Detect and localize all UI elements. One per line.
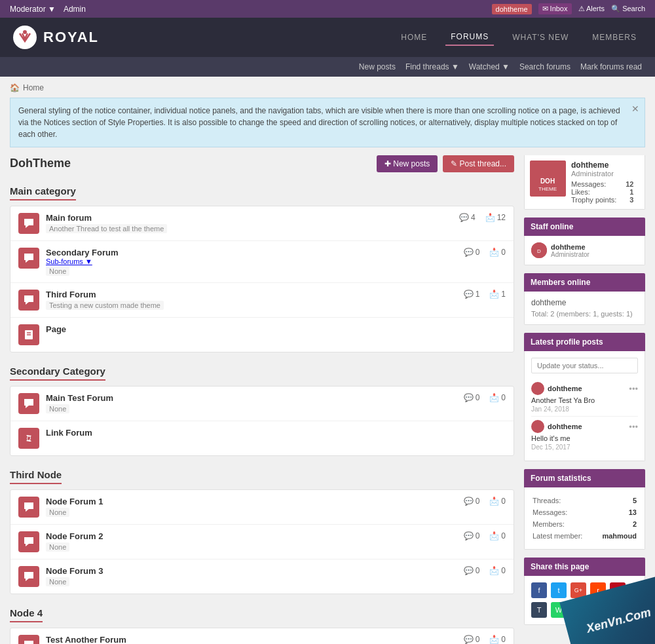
breadcrumb-icon: 🏠 — [10, 83, 20, 92]
members-online-list: dohtheme Total: 2 (members: 1, guests: 1… — [531, 298, 638, 318]
breadcrumb-home[interactable]: Home — [23, 83, 44, 92]
category-header-node4: Node 4 — [10, 607, 43, 622]
message-icon: 📩 — [489, 531, 499, 540]
forum-stats: 💬0 📩0 — [457, 566, 506, 575]
forum-details: Third Forum Testing a new custom made th… — [46, 290, 451, 310]
action-buttons: ✚ New posts ✎ Post thread... — [377, 155, 514, 172]
nav-forums[interactable]: FORUMS — [445, 29, 494, 46]
forum-name-link[interactable]: Node Forum 2 — [46, 531, 103, 541]
forum-name-link[interactable]: Node Forum 1 — [46, 497, 103, 506]
stall-online-header: Staff online — [524, 218, 645, 236]
nav-home[interactable]: HOME — [396, 29, 432, 45]
members-total: Total: 2 (members: 1, guests: 1) — [531, 310, 638, 318]
likes-label: Likes: — [571, 188, 590, 196]
new-posts-link[interactable]: New posts — [359, 62, 396, 71]
admin-link[interactable]: Admin — [64, 5, 86, 14]
nav-members[interactable]: MEMBERS — [587, 29, 642, 45]
forum-name-link[interactable]: Link Forum — [46, 428, 92, 438]
site-logo[interactable]: ROYAL — [13, 26, 99, 49]
profile-post-content-0: Another Test Ya Bro — [531, 396, 638, 404]
profile-post: dohtheme ••• Another Test Ya Bro Jan 24,… — [531, 379, 638, 417]
forum-icon — [18, 248, 39, 269]
profile-post-header: dohtheme ••• — [531, 420, 638, 433]
messages-count: 0 — [501, 497, 506, 506]
forum-name-link[interactable]: Main Test Forum — [46, 393, 113, 403]
latest-profile-posts-header: Latest profile posts — [524, 333, 645, 351]
latest-profile-posts-widget: Latest profile posts dohtheme ••• Anothe… — [524, 333, 645, 461]
profile-post: dohtheme ••• Hello it's me Dec 15, 2017 — [531, 417, 638, 454]
table-row: Threads: 5 — [533, 495, 637, 506]
sub-nav: New posts Find threads ▼ Watched ▼ Searc… — [0, 57, 655, 77]
forum-name-link[interactable]: Node Forum 3 — [46, 566, 103, 576]
forum-name-link[interactable]: Page — [46, 324, 66, 334]
forum-name-link[interactable]: Secondary Forum — [46, 248, 119, 257]
stats-table: Threads: 5 Messages: 13 Members: 2 Lat — [531, 494, 638, 542]
forum-stats-widget: Forum statistics Threads: 5 Messages: 13… — [524, 469, 645, 550]
subforum-link[interactable]: Sub-forums ▼ — [46, 257, 92, 265]
chat-icon: 💬 — [464, 393, 474, 402]
profile-post-user: dohtheme — [531, 382, 582, 395]
messages-count: 0 — [501, 635, 506, 644]
notice-close-button[interactable]: ✕ — [631, 102, 639, 116]
category-header-main: Main category — [10, 185, 76, 200]
inbox-link[interactable]: ✉ Inbox — [538, 3, 572, 14]
svg-text:THEME: THEME — [538, 186, 557, 192]
category-third-node: Third Node Node Forum 1 None 💬0 📩0 — [10, 469, 514, 594]
category-header-third: Third Node — [10, 469, 62, 484]
profile-post-avatar — [531, 382, 544, 395]
breadcrumb: 🏠 Home — [10, 83, 645, 92]
members-value: 2 — [595, 519, 637, 529]
last-post: None — [46, 577, 69, 586]
forum-list-main: Main forum Another Thread to test all th… — [10, 206, 514, 352]
messages-count: 1 — [501, 290, 506, 299]
forum-item: Link Forum — [10, 421, 514, 455]
alerts-link[interactable]: ⚠ Alerts — [578, 5, 605, 13]
chat-icon: 💬 — [464, 497, 474, 506]
replies-count: 0 — [476, 531, 480, 540]
moderator-menu[interactable]: Moderator ▼ — [10, 5, 56, 14]
forum-item: Main forum Another Thread to test all th… — [10, 206, 514, 241]
status-input[interactable] — [531, 358, 638, 373]
tumblr-share-icon[interactable]: T — [531, 602, 547, 618]
message-icon: 📩 — [489, 393, 499, 402]
forum-item: Node Forum 3 None 💬0 📩0 — [10, 559, 514, 594]
dohtheme-link[interactable]: dohtheme — [492, 4, 532, 14]
replies-stat: 💬 0 — [464, 248, 480, 257]
svg-point-1 — [23, 30, 27, 34]
forum-stats: 💬0 📩0 — [457, 497, 506, 506]
forum-details: Test Another Forum Sub-forums ▼ None — [46, 635, 451, 644]
watched-link[interactable]: Watched ▼ — [469, 62, 510, 71]
find-threads-link[interactable]: Find threads ▼ — [405, 62, 459, 71]
replies-count: 0 — [476, 497, 480, 506]
user-name: dohtheme — [571, 161, 633, 170]
forum-name-link[interactable]: Test Another Forum — [46, 635, 126, 644]
facebook-share-icon[interactable]: f — [531, 582, 547, 598]
table-row: Latest member: mahmoud — [533, 531, 637, 541]
twitter-share-icon[interactable]: t — [551, 582, 567, 598]
members-online-header: Members online — [524, 273, 645, 292]
staff-avatar: D — [531, 242, 547, 258]
latest-member-label: Latest member: — [533, 531, 593, 541]
notice-text: General styling of the notice container,… — [18, 106, 620, 139]
search-forums-link[interactable]: Search forums — [519, 62, 571, 71]
profile-post-dots-1[interactable]: ••• — [629, 422, 638, 432]
mark-forums-read-link[interactable]: Mark forums read — [580, 62, 642, 71]
post-thread-button[interactable]: ✎ Post thread... — [443, 155, 514, 172]
search-link[interactable]: 🔍 Search — [611, 5, 645, 13]
latest-profile-posts-body: dohtheme ••• Another Test Ya Bro Jan 24,… — [524, 351, 645, 461]
forum-name-link[interactable]: Main forum — [46, 213, 92, 223]
replies-count: 0 — [476, 248, 480, 257]
messages-stat: 📩 0 — [489, 248, 506, 257]
staff-name: dohtheme — [551, 243, 590, 251]
forum-icon — [18, 497, 39, 518]
forum-item: Secondary Forum Sub-forums ▼ None 💬 0 📩 — [10, 241, 514, 283]
profile-post-dots-0[interactable]: ••• — [629, 384, 638, 394]
nav-whats-new[interactable]: WHAT'S NEW — [507, 29, 574, 45]
user-avatar: DOHTHEME — [530, 161, 566, 197]
likes-value: 1 — [629, 188, 633, 196]
forum-item: Third Forum Testing a new custom made th… — [10, 283, 514, 318]
forum-name-link[interactable]: Third Forum — [46, 290, 96, 299]
replies-stat: 💬 1 — [464, 290, 480, 299]
profile-post-date-0: Jan 24, 2018 — [531, 406, 638, 413]
new-posts-button[interactable]: ✚ New posts — [377, 155, 438, 172]
